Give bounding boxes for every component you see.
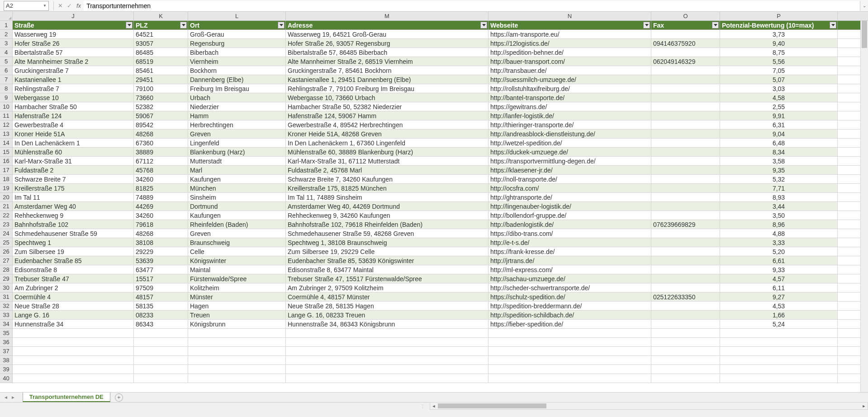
cell[interactable]: https://duckek-umzuege.de/ [489,148,651,157]
cell-empty[interactable] [651,329,720,338]
cell[interactable] [651,175,720,184]
expand-formula-icon[interactable]: ⌄ [860,1,868,11]
cell[interactable]: 73660 [134,93,188,102]
cell[interactable]: http://jrtrans.de/ [489,256,651,265]
cell[interactable]: 9,04 [720,129,838,139]
cell[interactable]: 85461 [134,66,188,75]
cell[interactable]: http://spedition-breddermann.de/ [489,302,651,311]
cell[interactable] [651,274,720,283]
cell[interactable]: 8,96 [720,220,838,229]
cell[interactable]: Eudenbacher Straße 85, 53639 Königswinte… [286,256,489,265]
cell[interactable]: Coermühle 4, 48157 Münster [286,292,489,302]
cell[interactable]: 4,57 [720,274,838,283]
table-header-J[interactable]: Straße [13,21,134,30]
cell[interactable] [651,84,720,93]
tab-prev-icon[interactable]: ◄ [4,395,8,400]
cell[interactable]: Kastanienallee 1 [13,75,134,84]
cell[interactable]: 7,05 [720,66,838,75]
cell[interactable]: Schwarze Breite 7, 34260 Kaufungen [286,175,489,184]
cell[interactable]: 48157 [134,292,188,302]
hscroll-thumb[interactable] [438,403,546,408]
cell[interactable]: 79100 [134,84,188,93]
cell[interactable]: Regensburg [188,39,286,48]
cell[interactable]: Wasserweg 19, 64521 Groß-Gerau [286,30,489,39]
cell[interactable]: Dannenberg (Elbe) [188,75,286,84]
cell[interactable]: 81825 [134,184,188,193]
cell[interactable]: 79618 [134,220,188,229]
row-header[interactable]: 26 [0,247,12,256]
cell[interactable]: 025122633350 [651,292,720,302]
cell[interactable]: Herbrechtingen [188,120,286,129]
cell[interactable]: 34260 [134,211,188,220]
cell[interactable]: Rehheckenweg 9, 34260 Kaufungen [286,211,489,220]
select-all-corner[interactable] [0,12,13,21]
row-header[interactable]: 16 [0,157,12,166]
cell[interactable]: Hamm [188,111,286,120]
cell[interactable] [651,229,720,238]
cell[interactable] [651,120,720,129]
cell[interactable]: http://transbauer.de/ [489,66,651,75]
cell[interactable]: Trebuser Straße 47 [13,274,134,283]
cell-empty[interactable] [188,365,286,374]
scroll-right-icon[interactable]: ► [860,404,868,408]
cell[interactable]: https://12logistics.de/ [489,39,651,48]
cell[interactable]: Viernheim [188,57,286,66]
column-header-M[interactable]: M [286,12,489,20]
row-header[interactable]: 6 [0,66,12,75]
cell[interactable]: Edisonstraße 8, 63477 Maintal [286,265,489,274]
cell[interactable]: 08233 [134,311,188,320]
cell[interactable] [651,148,720,157]
cell[interactable] [651,75,720,84]
row-header[interactable]: 28 [0,265,12,274]
cell[interactable]: 97509 [134,283,188,292]
cell-empty[interactable] [188,329,286,338]
cell[interactable]: 29451 [134,75,188,84]
cell[interactable]: http://lingenauber-logistik.de/ [489,202,651,211]
row-header[interactable]: 14 [0,139,12,148]
cell[interactable]: 63477 [134,265,188,274]
cell[interactable]: 48268 [134,129,188,139]
cell[interactable]: 68519 [134,57,188,66]
cell[interactable]: Am Zubringer 2 [13,283,134,292]
cell[interactable]: Treuen [188,311,286,320]
cell[interactable]: Königsbrunn [188,320,286,329]
cell[interactable] [651,238,720,247]
cell[interactable]: Bibertalstraße 57 [13,48,134,57]
cell[interactable]: Coermühle 4 [13,292,134,302]
sheet-tab-active[interactable]: Transportunternehmen DE [23,393,110,402]
cell[interactable]: 74889 [134,193,188,202]
cell[interactable]: https://gewitrans.de/ [489,102,651,111]
table-header-L[interactable]: Ort [188,21,286,30]
cell[interactable]: https://dibo-trans.com/ [489,229,651,238]
cell[interactable]: Greven [188,129,286,139]
cell[interactable]: 38108 [134,238,188,247]
cell[interactable]: Fuldastraße 2 [13,166,134,175]
cell[interactable]: http://wetzel-spedition.de/ [489,139,651,148]
cell[interactable]: 1,66 [720,311,838,320]
cell[interactable]: http://ocsfra.com/ [489,184,651,193]
cell[interactable]: http://sachau-umzuege.de/ [489,274,651,283]
row-header[interactable]: 25 [0,238,12,247]
cell-empty[interactable] [13,338,134,347]
cell[interactable]: Blankenburg (Harz) [188,148,286,157]
cell[interactable] [651,30,720,39]
table-header-O[interactable]: Fax [651,21,720,30]
cell[interactable]: http://bauer-transport.com/ [489,57,651,66]
cell[interactable]: In Den Lachenäckern 1, 67360 Lingenfeld [286,139,489,148]
cell[interactable]: Eudenbacher Straße 85 [13,256,134,265]
cell-empty[interactable] [13,329,134,338]
cell[interactable]: Neue Straße 28, 58135 Hagen [286,302,489,311]
cell[interactable]: Schmedehausener Straße 59, 48268 Greven [286,229,489,238]
cell[interactable]: 67360 [134,139,188,148]
cell[interactable]: Marl [188,166,286,175]
cell[interactable]: 8,34 [720,148,838,157]
cell[interactable]: http://badenlogistik.de/ [489,220,651,229]
cell[interactable]: https://fieber-spedition.de/ [489,320,651,329]
cell-empty[interactable] [134,356,188,365]
cell[interactable] [651,193,720,202]
cell[interactable]: Amsterdamer Weg 40, 44269 Dortmund [286,202,489,211]
cell[interactable]: 3,58 [720,157,838,166]
cell[interactable]: Karl-Marx-Straße 31 [13,157,134,166]
row-header[interactable]: 9 [0,93,12,102]
cell[interactable]: http://ghtransporte.de/ [489,193,651,202]
